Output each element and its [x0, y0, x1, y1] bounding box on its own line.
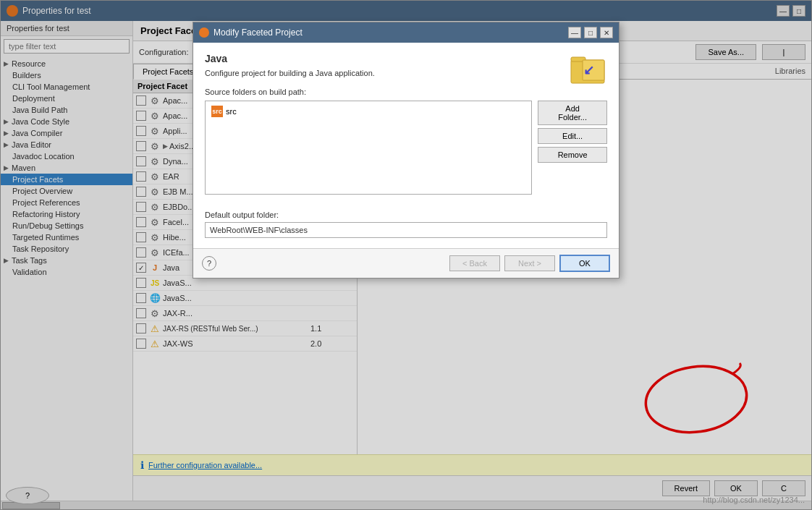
source-list-box[interactable]: src src	[205, 101, 532, 195]
modal-titlebar: Modify Faceted Project — □ ✕	[193, 22, 619, 43]
svg-point-4	[641, 360, 750, 439]
remove-button[interactable]: Remove	[538, 147, 607, 163]
modal-heading: Java	[205, 53, 607, 64]
add-folder-button[interactable]: Add Folder...	[538, 101, 607, 125]
output-field[interactable]	[205, 222, 607, 238]
back-button[interactable]: < Back	[449, 255, 500, 271]
src-folder-icon: src	[211, 106, 223, 117]
modal-controls: — □ ✕	[568, 27, 613, 38]
src-folder-label: src	[226, 107, 237, 116]
modal-subtext: Configure project for building a Java ap…	[205, 69, 607, 77]
edit-button[interactable]: Edit...	[538, 128, 607, 144]
folder-icon-area: ↙	[570, 50, 607, 87]
output-label: Default output folder:	[205, 211, 607, 219]
next-button[interactable]: Next >	[504, 255, 555, 271]
help-icon: ?	[207, 259, 211, 268]
annotation-svg	[638, 360, 754, 439]
modal-ok-button[interactable]: OK	[559, 255, 610, 272]
modal-title: Modify Faceted Project	[213, 27, 564, 38]
modal-help-button[interactable]: ?	[202, 256, 216, 271]
modal-body: ↙ Java Configure project for building a …	[193, 43, 619, 248]
modal-minimize-button[interactable]: —	[568, 27, 581, 38]
folder-icon: ↙	[570, 50, 607, 85]
modal-maximize-button[interactable]: □	[584, 27, 597, 38]
modal-eclipse-icon	[199, 27, 209, 38]
modal-overlay: Modify Faceted Project — □ ✕ ↙ Java Conf	[0, 0, 812, 510]
modify-faceted-project-dialog: Modify Faceted Project — □ ✕ ↙ Java Conf	[193, 22, 619, 279]
red-circle-annotation	[638, 360, 754, 441]
source-list-container: src src Add Folder... Edit... Remove	[205, 101, 607, 200]
source-item-src[interactable]: src src	[208, 104, 528, 119]
modal-close-button[interactable]: ✕	[600, 27, 613, 38]
source-folders-label: Source folders on build path:	[205, 88, 607, 96]
svg-text:↙: ↙	[583, 63, 594, 77]
side-buttons: Add Folder... Edit... Remove	[538, 101, 607, 200]
modal-footer: ? < Back Next > OK	[193, 248, 619, 278]
